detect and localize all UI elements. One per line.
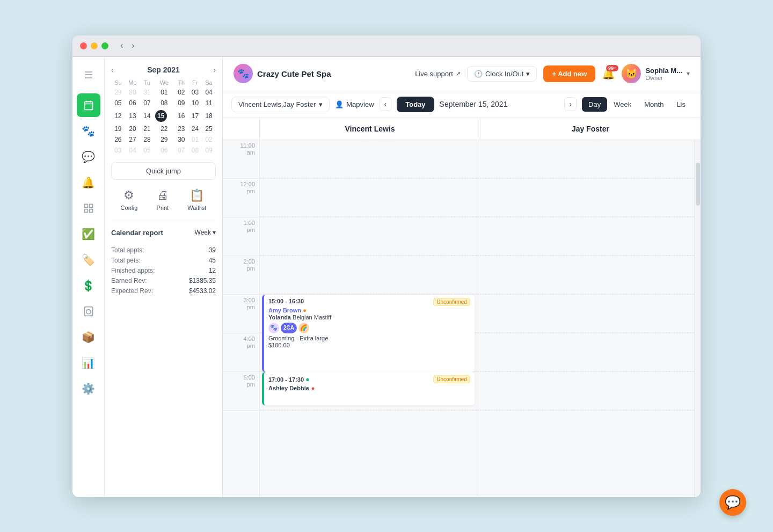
back-arrow[interactable]: ‹ (118, 40, 126, 52)
app-window: ‹ › ☰ 🐾 💬 🔔 (72, 35, 701, 497)
mini-cal-day[interactable]: 03 (188, 87, 202, 98)
hour-cell-5pm-j[interactable] (477, 372, 694, 411)
user-dropdown[interactable]: 🐱 Sophia M... Owner ▾ (622, 64, 690, 83)
today-button[interactable]: Today (397, 97, 434, 112)
mini-cal-day[interactable]: 07 (174, 145, 188, 156)
appointment-card-1[interactable]: 15:00 - 16:30 Unconfirmed Amy Brown ● Yo… (262, 295, 475, 372)
mini-cal-day[interactable]: 05 (140, 145, 154, 156)
mini-cal-prev[interactable]: ‹ (111, 65, 114, 74)
close-btn[interactable] (80, 42, 87, 49)
sidebar-item-month-view[interactable] (77, 196, 100, 220)
minimize-btn[interactable] (91, 42, 98, 49)
sidebar-item-alerts[interactable]: 🔔 (77, 171, 100, 194)
mini-cal-day[interactable]: 09 (202, 145, 216, 156)
report-stats: Total appts: 39 Total pets: 45 Finished … (111, 246, 216, 295)
sidebar-item-checkin[interactable]: ✅ (77, 222, 100, 246)
mini-cal-day[interactable]: 04 (202, 87, 216, 98)
view-day-button[interactable]: Day (582, 97, 607, 112)
hour-cell-1pm-j[interactable] (477, 217, 694, 256)
print-action[interactable]: 🖨 Print (157, 188, 169, 211)
sidebar-item-storage[interactable]: 📦 (77, 325, 100, 349)
notifications-button[interactable]: 🔔 99+ (602, 67, 615, 80)
hour-cell-2pm-v[interactable] (260, 256, 477, 295)
appointment-card-2[interactable]: 17:00 - 17:30 ● Unconfirmed Ashley Debbi… (262, 372, 475, 405)
mini-cal-day[interactable]: 08 (154, 98, 174, 108)
quick-jump-button[interactable]: Quick jump (111, 162, 216, 180)
waitlist-icon: 📋 (189, 188, 204, 202)
mini-cal-day[interactable]: 27 (125, 134, 140, 145)
mini-cal-day[interactable]: 06 (154, 145, 174, 156)
mini-cal-day[interactable]: 30 (174, 134, 188, 145)
live-support-button[interactable]: Live support ↗ (415, 70, 461, 78)
mini-cal-day[interactable]: 23 (174, 123, 188, 134)
mini-cal-day[interactable]: 18 (202, 108, 216, 123)
hour-cell-12pm-v[interactable] (260, 179, 477, 217)
mini-cal-day[interactable]: 19 (111, 123, 125, 134)
view-week-button[interactable]: Week (607, 97, 638, 112)
mini-cal-day[interactable]: 26 (111, 134, 125, 145)
maximize-btn[interactable] (101, 42, 108, 49)
sidebar-item-menu[interactable]: ☰ (77, 63, 100, 87)
mini-cal-day[interactable]: 22 (154, 123, 174, 134)
hour-cell-11am-j[interactable] (477, 140, 694, 179)
mini-cal-day[interactable]: 02 (202, 134, 216, 145)
hour-cell-12pm-j[interactable] (477, 179, 694, 217)
hour-cell-2pm-j[interactable] (477, 256, 694, 295)
mini-cal-day[interactable]: 08 (188, 145, 202, 156)
mini-cal-day[interactable]: 13 (125, 108, 140, 123)
mini-cal-day[interactable]: 01 (154, 87, 174, 98)
add-new-button[interactable]: + Add new (543, 65, 595, 82)
mini-cal-day[interactable]: 24 (188, 123, 202, 134)
staff-filter-button[interactable]: Vincent Lewis,Jay Foster ▾ (231, 97, 330, 112)
mini-cal-next[interactable]: › (213, 65, 216, 74)
mini-cal-day[interactable]: 29 (111, 87, 125, 98)
waitlist-action[interactable]: 📋 Waitlist (187, 188, 206, 211)
mini-cal-day[interactable]: 07 (140, 98, 154, 108)
mini-cal-day[interactable]: 12 (111, 108, 125, 123)
mini-cal-day[interactable]: 29 (154, 134, 174, 145)
mini-cal-day[interactable]: 11 (202, 98, 216, 108)
mini-cal-day[interactable]: 02 (174, 87, 188, 98)
mini-cal-day[interactable]: 06 (125, 98, 140, 108)
mini-cal-day[interactable]: 15 (154, 108, 174, 123)
forward-arrow[interactable]: › (129, 40, 137, 52)
sidebar-item-analytics[interactable]: 📊 (77, 351, 100, 375)
mini-cal-day[interactable]: 01 (188, 134, 202, 145)
mini-cal-day[interactable]: 14 (140, 108, 154, 123)
view-list-button[interactable]: Lis (670, 97, 692, 112)
hour-cell-1pm-v[interactable] (260, 217, 477, 256)
sidebar-item-tags[interactable]: 🏷️ (77, 248, 100, 272)
mini-cal-day[interactable]: 25 (202, 123, 216, 134)
chat-widget[interactable]: 💬 (719, 489, 746, 516)
mini-cal-day[interactable]: 21 (140, 123, 154, 134)
mini-cal-day[interactable]: 03 (111, 145, 125, 156)
mapview-button[interactable]: 👤 Mapview (335, 100, 374, 108)
mini-cal-day[interactable]: 17 (188, 108, 202, 123)
cal-prev-button[interactable]: ‹ (380, 97, 392, 111)
sidebar-item-laundry[interactable] (77, 300, 100, 323)
hour-cell-3pm-j[interactable] (477, 295, 694, 333)
sidebar-item-settings[interactable]: ⚙️ (77, 377, 100, 400)
mini-cal-day[interactable]: 31 (140, 87, 154, 98)
mini-cal-day[interactable]: 16 (174, 108, 188, 123)
cal-next-button[interactable]: › (564, 97, 577, 111)
sidebar-item-billing[interactable]: 💲 (77, 274, 100, 297)
sidebar-item-pets[interactable]: 🐾 (77, 119, 100, 143)
clock-in-out-button[interactable]: 🕐 Clock In/Out ▾ (467, 66, 537, 82)
mini-cal-day[interactable]: 10 (188, 98, 202, 108)
vertical-scrollbar[interactable] (694, 140, 701, 497)
mini-cal-day[interactable]: 30 (125, 87, 140, 98)
sidebar-item-calendar[interactable] (77, 93, 100, 117)
mini-cal-day[interactable]: 28 (140, 134, 154, 145)
config-action[interactable]: ⚙ Config (121, 188, 138, 211)
mini-cal-title: Sep 2021 (147, 65, 180, 74)
sidebar-item-chat[interactable]: 💬 (77, 145, 100, 169)
week-dropdown[interactable]: Week ▾ (195, 229, 216, 236)
mini-cal-day[interactable]: 20 (125, 123, 140, 134)
mini-cal-day[interactable]: 05 (111, 98, 125, 108)
view-month-button[interactable]: Month (638, 97, 670, 112)
mini-cal-day[interactable]: 09 (174, 98, 188, 108)
hour-cell-11am-v[interactable] (260, 140, 477, 179)
hour-cell-4pm-j[interactable] (477, 333, 694, 372)
mini-cal-day[interactable]: 04 (125, 145, 140, 156)
